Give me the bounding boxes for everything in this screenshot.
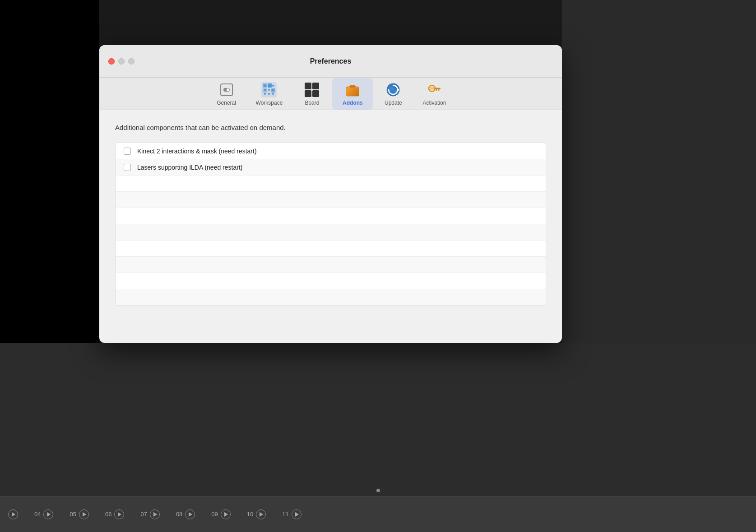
- addon-row-5: [116, 208, 546, 224]
- timeline-label-11: 11: [282, 511, 288, 518]
- close-button[interactable]: [108, 58, 115, 65]
- timeline-item-10: 10: [239, 509, 274, 519]
- tab-workspace[interactable]: Workspace: [247, 78, 292, 110]
- preferences-window: Preferences General: [99, 45, 562, 343]
- svg-rect-33: [436, 89, 437, 91]
- bg-dark-left: [0, 0, 99, 343]
- svg-rect-32: [438, 89, 440, 91]
- toolbar: General: [99, 78, 562, 110]
- timeline-label-09: 09: [211, 511, 218, 518]
- svg-rect-18: [312, 83, 319, 89]
- svg-rect-14: [268, 83, 272, 88]
- window-title: Preferences: [310, 57, 352, 65]
- update-icon: [385, 82, 401, 98]
- svg-point-6: [272, 85, 274, 87]
- bg-dark-right: [562, 0, 756, 343]
- timeline-label-07: 07: [140, 511, 147, 518]
- svg-rect-22: [346, 87, 359, 96]
- addon-list: Kinect 2 interactions & mask (need resta…: [115, 143, 546, 306]
- addon-checkbox-1[interactable]: [124, 148, 131, 155]
- timeline-item-09: 09: [203, 509, 238, 519]
- timeline-play-button-main[interactable]: [8, 509, 18, 519]
- svg-point-8: [268, 89, 270, 91]
- tab-addons-label: Addons: [343, 100, 363, 106]
- addon-row-10: [116, 289, 546, 305]
- timeline-label-04: 04: [34, 511, 41, 518]
- maximize-button[interactable]: [128, 58, 135, 65]
- timeline-play-button-10[interactable]: [256, 509, 266, 519]
- activation-icon: [426, 82, 442, 98]
- tab-activation-label: Activation: [422, 100, 446, 106]
- general-icon: [218, 82, 235, 98]
- tab-activation[interactable]: Activation: [413, 78, 455, 110]
- minimize-button[interactable]: [118, 58, 125, 65]
- timeline-play-button-07[interactable]: [150, 509, 160, 519]
- timeline-play-button-04[interactable]: [43, 509, 53, 519]
- content-area: Additional components that can be activa…: [99, 110, 562, 319]
- addon-row-6: [116, 224, 546, 241]
- tab-workspace-label: Workspace: [256, 100, 283, 106]
- svg-rect-16: [271, 88, 275, 93]
- tab-board[interactable]: Board: [292, 78, 332, 110]
- svg-rect-13: [263, 83, 267, 88]
- timeline-label-05: 05: [70, 511, 76, 518]
- svg-point-30: [430, 87, 434, 90]
- svg-rect-23: [350, 85, 355, 88]
- timeline-label-08: 08: [176, 511, 182, 518]
- tab-update[interactable]: Update: [373, 78, 413, 110]
- svg-point-26: [389, 87, 394, 91]
- content-description: Additional components that can be activa…: [115, 124, 546, 131]
- addon-row-2: Lasers supporting ILDA (need restart): [116, 159, 546, 176]
- tab-general[interactable]: General: [206, 78, 247, 110]
- timeline-item-06: 06: [97, 509, 132, 519]
- addon-row-9: [116, 273, 546, 289]
- addon-row-8: [116, 257, 546, 273]
- timeline-play-button-09[interactable]: [221, 509, 231, 519]
- svg-point-11: [268, 93, 270, 95]
- timeline-play-button-06[interactable]: [114, 509, 124, 519]
- timeline-item-07: 07: [132, 509, 167, 519]
- timeline-item-05: 05: [61, 509, 97, 519]
- board-icon: [304, 82, 320, 98]
- addon-row-3: [116, 176, 546, 192]
- addon-row-7: [116, 241, 546, 257]
- svg-rect-15: [263, 88, 267, 93]
- scroll-indicator: [376, 489, 380, 492]
- svg-rect-17: [305, 83, 311, 89]
- timeline-label-06: 06: [105, 511, 111, 518]
- timeline-item-play: [0, 509, 26, 519]
- svg-point-10: [264, 93, 266, 95]
- svg-point-12: [272, 93, 274, 95]
- tab-addons[interactable]: Addons: [332, 78, 373, 110]
- titlebar: Preferences: [99, 45, 562, 78]
- svg-rect-19: [305, 90, 311, 97]
- workspace-icon: [261, 82, 277, 98]
- timeline-play-button-05[interactable]: [79, 509, 89, 519]
- addon-label-1: Kinect 2 interactions & mask (need resta…: [137, 148, 257, 155]
- timeline-play-button-11[interactable]: [292, 509, 301, 519]
- addon-row-1: Kinect 2 interactions & mask (need resta…: [116, 143, 546, 159]
- window-controls: [108, 58, 135, 65]
- addon-row-4: [116, 192, 546, 208]
- addon-label-2: Lasers supporting ILDA (need restart): [137, 164, 242, 171]
- timeline-bar: 04 05 06 07 08 09 10 11: [0, 496, 756, 532]
- svg-point-2: [227, 88, 229, 91]
- timeline-item-04: 04: [26, 509, 61, 519]
- addons-icon: [344, 82, 361, 98]
- timeline-label-10: 10: [247, 511, 253, 518]
- timeline-item-11: 11: [274, 509, 309, 519]
- timeline-item-08: 08: [168, 509, 203, 519]
- timeline-play-button-08[interactable]: [185, 509, 195, 519]
- addon-checkbox-2[interactable]: [124, 164, 131, 171]
- svg-rect-20: [312, 90, 319, 97]
- tab-board-label: Board: [305, 100, 319, 106]
- tab-general-label: General: [217, 100, 236, 106]
- tab-update-label: Update: [385, 100, 402, 106]
